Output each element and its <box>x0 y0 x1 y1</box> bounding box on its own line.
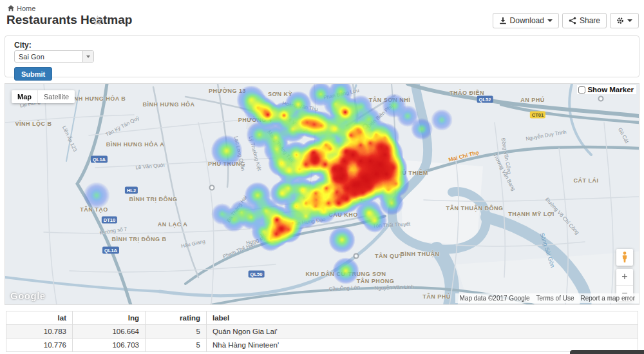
breadcrumb[interactable]: Home <box>8 5 35 12</box>
filter-panel: City: Sai Gon Submit <box>5 35 639 77</box>
notification-bar-partial <box>570 350 644 354</box>
gear-icon <box>616 17 624 25</box>
column-header-rating: rating <box>146 311 207 325</box>
pegman-icon <box>621 251 629 263</box>
map-viewport[interactable]: PHƯỜNG 13BÌNH HƯNG HÒA BBÌNH HƯNG HÒASƠN… <box>5 84 639 304</box>
map-panel: PHƯỜNG 13BÌNH HƯNG HÒA BBÌNH HƯNG HÒASƠN… <box>5 83 639 305</box>
show-marker-checkbox[interactable] <box>578 86 585 93</box>
results-table: latlngratinglabel 10.783106.6645Quán Ngo… <box>6 311 638 352</box>
table-header: latlngratinglabel <box>6 311 638 325</box>
column-header-label: label <box>207 311 638 325</box>
heatmap-canvas[interactable] <box>5 84 639 304</box>
caret-down-icon <box>547 19 553 22</box>
home-icon <box>8 5 14 12</box>
table-row: 10.776106.7035Nhà Hàng Nineteen' <box>6 339 638 352</box>
map-type-satellite-button[interactable]: Satellite <box>37 90 75 103</box>
map-data-copyright: Map data ©2017 Google <box>459 295 529 302</box>
zoom-in-button[interactable]: + <box>616 269 633 286</box>
map-type-control: Map Satellite <box>12 90 75 103</box>
city-select[interactable]: Sai Gon <box>14 50 94 63</box>
settings-button[interactable] <box>610 13 639 28</box>
cell-lng: 106.664 <box>73 325 146 339</box>
caret-down-icon <box>627 19 632 22</box>
city-label: City: <box>14 41 32 50</box>
column-header-lat: lat <box>6 311 73 325</box>
table-row: 10.783106.6645Quán Ngon Gia Lai' <box>6 325 638 339</box>
cell-lat: 10.776 <box>6 339 73 352</box>
share-label: Share <box>580 16 600 25</box>
map-type-map-button[interactable]: Map <box>12 90 37 103</box>
favorite-star-icon[interactable] <box>92 15 103 26</box>
download-label: Download <box>510 16 544 25</box>
download-icon <box>499 17 507 25</box>
page-title: Restaurants Heatmap <box>6 13 132 27</box>
map-attribution: Map data ©2017 Google Terms of Use Repor… <box>455 293 639 303</box>
header-actions: Download Share <box>493 13 639 28</box>
share-icon <box>569 17 576 25</box>
street-view-pegman-button[interactable] <box>616 249 633 266</box>
cell-lat: 10.783 <box>6 325 73 339</box>
google-logo[interactable]: Google <box>10 290 46 301</box>
show-marker-label: Show Marker <box>587 86 634 93</box>
city-select-value: Sai Gon <box>15 53 82 61</box>
download-button[interactable]: Download <box>493 13 559 28</box>
column-header-lng: lng <box>73 311 146 325</box>
share-button[interactable]: Share <box>562 13 607 28</box>
table-body: 10.783106.6645Quán Ngon Gia Lai'10.77610… <box>6 325 638 352</box>
report-map-error-link[interactable]: Report a map error <box>581 295 635 302</box>
show-marker-control[interactable]: Show Marker <box>577 85 636 94</box>
breadcrumb-home-label[interactable]: Home <box>17 5 35 12</box>
select-arrow-icon[interactable] <box>82 51 93 62</box>
terms-of-use-link[interactable]: Terms of Use <box>536 295 574 302</box>
cell-rating: 5 <box>146 325 207 339</box>
cell-rating: 5 <box>146 339 207 352</box>
cell-label: Quán Ngon Gia Lai' <box>207 325 638 339</box>
cell-lng: 106.703 <box>73 339 146 352</box>
submit-button[interactable]: Submit <box>14 67 52 81</box>
